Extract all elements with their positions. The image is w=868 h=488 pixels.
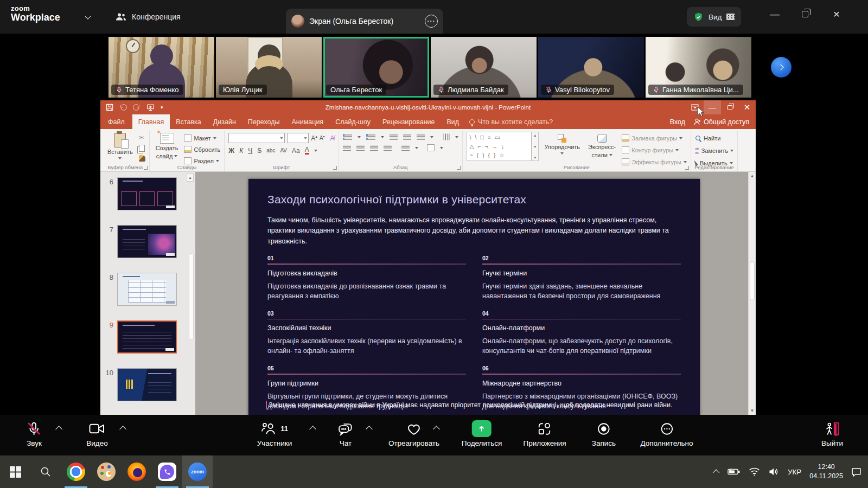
window-restore-button[interactable] <box>793 0 817 28</box>
tab-screen-share[interactable]: Экран (Ольга Бересток) <box>286 9 443 34</box>
copy-icon[interactable] <box>139 145 145 152</box>
start-button[interactable] <box>0 455 30 488</box>
participants-options-chevron[interactable] <box>309 426 316 433</box>
chat-button[interactable]: Чат <box>338 419 354 447</box>
increase-indent-icon[interactable] <box>403 134 411 140</box>
dialog-launcher-icon[interactable] <box>144 166 148 170</box>
font-size-combobox[interactable] <box>287 133 309 143</box>
taskbar-paint-icon[interactable] <box>91 455 122 488</box>
character-spacing-button[interactable]: AV <box>280 147 287 153</box>
participant-tile[interactable]: Ганна Миколаївна Ци... <box>646 37 751 98</box>
record-button[interactable]: Запись <box>592 419 616 447</box>
window-close-button[interactable]: × <box>825 0 848 28</box>
participant-tile[interactable]: Людмила Байдак <box>431 37 537 98</box>
taskbar-firefox-icon[interactable] <box>122 455 152 488</box>
brand-chevron-down-icon[interactable] <box>85 13 91 19</box>
dialog-launcher-icon[interactable] <box>457 166 461 170</box>
numbering-icon[interactable] <box>366 134 375 140</box>
tab-conference[interactable]: Конференция <box>116 0 181 34</box>
layout-button[interactable]: Макет <box>184 133 220 143</box>
clear-formatting-icon[interactable]: A̸ <box>330 134 335 142</box>
action-center-icon[interactable] <box>851 467 861 477</box>
reset-button[interactable]: Сбросить <box>184 145 220 154</box>
language-indicator[interactable]: УКР <box>788 468 801 476</box>
align-right-icon[interactable] <box>370 145 378 151</box>
smartart-convert-icon[interactable] <box>427 144 435 151</box>
slide-thumbnail-10[interactable]: 10 <box>105 368 195 401</box>
underline-button[interactable]: Ч <box>248 147 252 155</box>
slide-item-04[interactable]: 04 Онлайн-платформи Онлайн-платформи, що… <box>482 310 681 356</box>
slide-intro-text[interactable]: Таким чином, більшість університетів, на… <box>267 215 681 247</box>
taskbar-viber-icon[interactable] <box>152 455 182 488</box>
slide-item-03[interactable]: 03 Заспокійливі техніки Інтеграція заспо… <box>267 310 466 356</box>
participant-tile-active-speaker[interactable]: Ольга Бересток <box>323 37 429 98</box>
slide-thumbnail-6[interactable]: 6 <box>105 177 195 210</box>
apps-button[interactable]: Приложения <box>524 419 566 447</box>
shapes-gallery[interactable]: \ \ □ ○ ▭ △ ⌐ ¬ → ↓ ~ ( ) { } ☆ <box>467 132 532 161</box>
window-minimize-button[interactable]: — <box>763 0 787 28</box>
react-button[interactable]: Отреагировать <box>388 419 439 447</box>
cut-icon[interactable]: ✂ <box>139 134 145 142</box>
align-left-icon[interactable] <box>343 145 351 151</box>
italic-button[interactable]: К <box>239 147 243 155</box>
arrange-button[interactable]: Упорядочить <box>542 132 582 156</box>
thumbnails-scrollbar-thumb[interactable] <box>189 253 194 340</box>
leave-button[interactable]: Выйти <box>821 419 843 447</box>
ribbon-tab-view[interactable]: Вид <box>441 114 465 129</box>
tab-more-options-icon[interactable] <box>425 15 438 28</box>
justify-icon[interactable] <box>384 145 392 151</box>
redo-icon[interactable] <box>133 104 141 111</box>
video-button[interactable]: Видео <box>86 419 107 447</box>
thumbnails-scroll-up-button[interactable]: ▲ <box>187 174 194 182</box>
taskbar-zoom-icon[interactable]: zoom <box>182 455 213 488</box>
dialog-launcher-icon[interactable] <box>685 166 689 170</box>
ppt-close-button[interactable]: ✕ <box>738 100 756 114</box>
font-name-combobox[interactable] <box>228 133 285 143</box>
decrease-indent-icon[interactable] <box>390 134 398 140</box>
align-center-icon[interactable] <box>356 145 365 151</box>
volume-icon[interactable] <box>768 467 780 476</box>
ribbon-tab-slideshow[interactable]: Слайд-шоу <box>329 114 376 129</box>
more-button[interactable]: Дополнительно <box>640 419 693 447</box>
ribbon-tab-review[interactable]: Рецензирование <box>376 114 441 129</box>
increase-font-icon[interactable]: A▴ <box>311 134 317 142</box>
change-case-button[interactable]: Aa <box>292 147 300 155</box>
bold-button[interactable]: Ж <box>228 147 234 155</box>
ribbon-tab-file[interactable]: Файл <box>100 114 132 129</box>
participants-button[interactable]: 11 Участники <box>257 419 292 447</box>
participant-tile[interactable]: Vasyl Bilokopytov <box>538 37 644 98</box>
slide-item-01[interactable]: 01 Підготовка викладачів Підготовка викл… <box>267 255 466 301</box>
ribbon-tab-animations[interactable]: Анимация <box>285 114 329 129</box>
ppt-minimize-button[interactable]: — <box>704 100 721 114</box>
shape-outline-button[interactable]: Контур фигуры <box>622 145 687 155</box>
tell-me-box[interactable]: Что вы хотите сделать? <box>465 114 553 129</box>
decrease-font-icon[interactable]: A▾ <box>320 134 325 141</box>
ribbon-tab-home[interactable]: Главная <box>132 114 170 129</box>
chat-options-chevron[interactable] <box>366 426 373 433</box>
slide-item-02[interactable]: 02 Гнучкі терміни Гнучкі терміни здачі з… <box>482 255 681 301</box>
shapes-gallery-scrollbar[interactable]: ▲▼▼ <box>532 132 539 161</box>
ppt-restore-button[interactable] <box>721 100 738 114</box>
share-document-button[interactable]: Общий доступ <box>694 118 749 126</box>
save-icon[interactable] <box>106 104 113 111</box>
columns-icon[interactable] <box>401 145 410 151</box>
taskbar-clock[interactable]: 12:40 04.11.2025 <box>809 463 843 481</box>
video-options-chevron[interactable] <box>119 426 126 433</box>
participant-tile[interactable]: Юлія Лущик <box>216 37 322 98</box>
ribbon-tab-insert[interactable]: Вставка <box>170 114 207 129</box>
taskbar-chrome-icon[interactable] <box>61 455 91 488</box>
audio-options-chevron[interactable] <box>55 426 62 433</box>
scroll-up-icon[interactable]: ▲ <box>749 174 756 178</box>
bullets-icon[interactable] <box>343 134 352 140</box>
undo-icon[interactable] <box>119 104 127 111</box>
scroll-down-icon[interactable]: ▼ <box>749 408 756 413</box>
sign-in-button[interactable]: Вход <box>670 118 685 126</box>
line-spacing-icon[interactable] <box>417 134 425 140</box>
audio-button[interactable]: Звук <box>27 419 42 447</box>
slide-thumbnail-7[interactable]: 7 <box>105 225 195 258</box>
font-color-button[interactable]: А <box>305 146 309 155</box>
format-painter-icon[interactable] <box>139 155 145 162</box>
shape-fill-button[interactable]: Заливка фигуры <box>622 133 687 143</box>
participant-tile[interactable]: Тетяна Фоменко <box>108 37 214 98</box>
dialog-launcher-icon[interactable] <box>333 166 337 170</box>
